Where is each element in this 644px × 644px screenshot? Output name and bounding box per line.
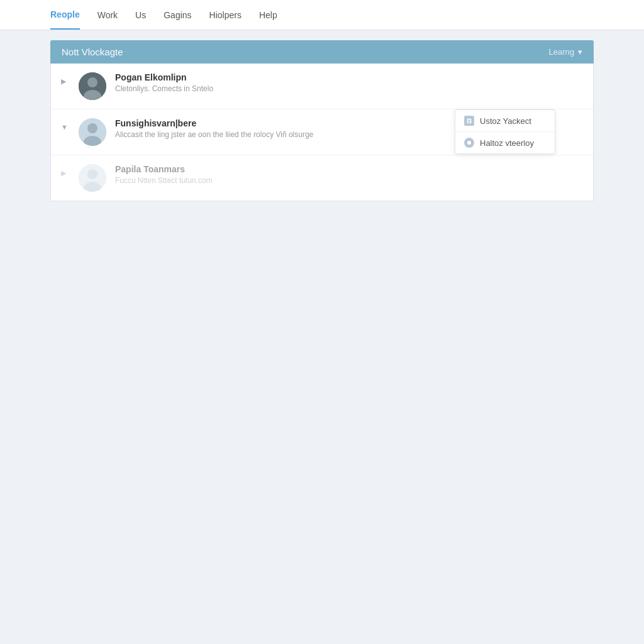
collapse-icon[interactable]: ▼	[61, 123, 72, 131]
table-row: ▶ Pogan Elkomlipn Cletonliys. Comects in…	[51, 64, 593, 109]
svg-point-10	[467, 140, 472, 145]
person-info: Pogan Elkomlipn Cletonliys. Comects in S…	[115, 72, 583, 93]
person-name: Papila Toanmars	[115, 164, 583, 174]
avatar	[79, 118, 106, 146]
svg-point-4	[87, 123, 97, 133]
person-info: Papila Toanmars Fuccu Ntten Sttect tutun…	[115, 164, 583, 185]
context-menu: Ustoz Yackect Haltoz vteerloy	[455, 109, 555, 154]
table-row: ▶ Papila Toanmars Fuccu Ntten Sttect tut…	[51, 155, 593, 201]
person-name: Pogan Elkomlipn	[115, 72, 583, 82]
expand-icon[interactable]: ▶	[61, 169, 72, 177]
expand-icon[interactable]: ▶	[61, 77, 72, 86]
nav-item-reople[interactable]: Reople	[50, 1, 80, 30]
table-row: ▼ Funsighisvarn|bere Aliccasit the ling …	[51, 109, 593, 155]
nav-item-us[interactable]: Us	[135, 1, 146, 29]
nav-item-work[interactable]: Work	[97, 1, 118, 29]
chevron-down-icon: ▾	[578, 47, 582, 57]
svg-point-1	[87, 77, 97, 87]
context-menu-item-label: Haltoz vteerloy	[480, 138, 534, 148]
context-menu-item[interactable]: Haltoz vteerloy	[455, 132, 555, 153]
person-list: ▶ Pogan Elkomlipn Cletonliys. Comects in…	[50, 64, 594, 201]
avatar	[79, 72, 106, 100]
main-content: Nott Vlockagte Learng ▾ ▶ Pogan Elkoml	[0, 30, 644, 211]
section-container: Nott Vlockagte Learng ▾ ▶ Pogan Elkoml	[50, 40, 594, 201]
section-title: Nott Vlockagte	[62, 47, 123, 57]
person-subtitle: Fuccu Ntten Sttect tutun.com	[115, 176, 583, 185]
document-icon	[464, 116, 474, 126]
section-header: Nott Vlockagte Learng ▾	[50, 40, 594, 64]
avatar	[79, 164, 106, 192]
top-navigation: Reople Work Us Gagins Hiolpers Help	[0, 0, 644, 30]
person-subtitle: Cletonliys. Comects in Sntelo	[115, 84, 583, 93]
section-action-label: Learng	[549, 47, 574, 57]
nav-item-hiolpers[interactable]: Hiolpers	[209, 1, 242, 29]
svg-point-12	[87, 169, 97, 179]
circle-icon	[464, 138, 474, 148]
context-menu-item-label: Ustoz Yackect	[480, 116, 531, 126]
nav-item-help[interactable]: Help	[259, 1, 277, 29]
nav-item-gagins[interactable]: Gagins	[164, 1, 191, 29]
section-action[interactable]: Learng ▾	[549, 47, 582, 57]
context-menu-item[interactable]: Ustoz Yackect	[455, 110, 555, 132]
